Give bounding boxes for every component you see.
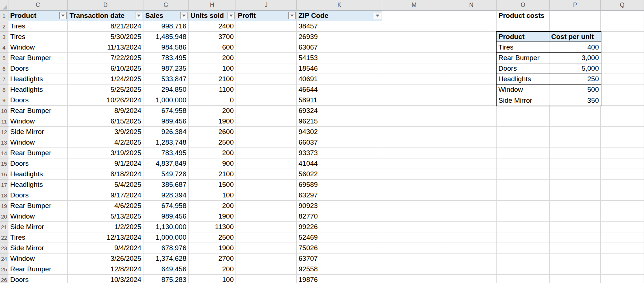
cell-Q17[interactable] <box>601 180 644 190</box>
cell-D8[interactable]: 5/25/2025 <box>68 84 143 95</box>
cell-M8[interactable] <box>382 84 446 95</box>
cell-Q15[interactable] <box>601 158 644 169</box>
cell-M4[interactable] <box>382 42 446 53</box>
cell-Q6[interactable] <box>601 63 644 74</box>
column-header-J[interactable]: J <box>236 0 297 11</box>
cell-G25[interactable]: 649,456 <box>143 264 189 275</box>
cell-N22[interactable] <box>446 232 497 243</box>
cell-O12[interactable] <box>497 127 550 137</box>
costs-header-product[interactable]: Product <box>497 32 549 42</box>
cell-D18[interactable]: 9/17/2024 <box>68 190 143 201</box>
cell-Q19[interactable] <box>601 201 644 211</box>
cell-J19[interactable] <box>236 201 297 211</box>
cell-P26[interactable] <box>550 275 601 283</box>
cell-D21[interactable]: 1/2/2025 <box>68 222 143 232</box>
cell-C25[interactable]: Rear Bumper <box>8 264 68 275</box>
costs-product-cell[interactable]: Side Mirror <box>497 95 549 106</box>
cell-N4[interactable] <box>446 42 497 53</box>
cell-H15[interactable]: 900 <box>189 158 236 169</box>
cell-G17[interactable]: 385,687 <box>143 180 189 190</box>
cell-H4[interactable]: 600 <box>189 42 236 53</box>
cell-P20[interactable] <box>550 211 601 222</box>
cell-O17[interactable] <box>497 180 550 190</box>
cell-J26[interactable] <box>236 275 297 283</box>
cell-K21[interactable]: 99226 <box>297 222 382 232</box>
cell-J23[interactable] <box>236 243 297 253</box>
cell-K15[interactable]: 41044 <box>297 158 382 169</box>
cell-N3[interactable] <box>446 32 497 42</box>
cell-Q8[interactable] <box>601 84 644 95</box>
row-header-6[interactable]: 6 <box>0 63 8 74</box>
cell-J4[interactable] <box>236 42 297 53</box>
cell-H18[interactable]: 100 <box>189 190 236 201</box>
cell-D16[interactable]: 8/18/2024 <box>68 169 143 180</box>
product-costs-title[interactable]: Product costs <box>497 11 550 21</box>
cell-P19[interactable] <box>550 201 601 211</box>
cell-P13[interactable] <box>550 137 601 148</box>
row-header-25[interactable]: 25 <box>0 264 8 275</box>
row-header-4[interactable]: 4 <box>0 42 8 53</box>
row-header-22[interactable]: 22 <box>0 232 8 243</box>
cell-O26[interactable] <box>497 275 550 283</box>
cell-H12[interactable]: 2600 <box>189 127 236 137</box>
cell-D25[interactable]: 12/8/2024 <box>68 264 143 275</box>
cell-C13[interactable]: Window <box>8 137 68 148</box>
cell-H10[interactable]: 200 <box>189 106 236 116</box>
row-header-24[interactable]: 24 <box>0 253 8 264</box>
cell-D26[interactable]: 10/3/2024 <box>68 275 143 283</box>
cell-D3[interactable]: 5/30/2025 <box>68 32 143 42</box>
cell-K14[interactable]: 93373 <box>297 148 382 158</box>
row-header-26[interactable]: 26 <box>0 275 8 283</box>
cell-N9[interactable] <box>446 95 497 106</box>
cell-C16[interactable]: Headlights <box>8 169 68 180</box>
cell-H23[interactable]: 1900 <box>189 243 236 253</box>
cell-M25[interactable] <box>382 264 446 275</box>
cell-G16[interactable]: 549,728 <box>143 169 189 180</box>
cell-H9[interactable]: 0 <box>189 95 236 106</box>
cell-J20[interactable] <box>236 211 297 222</box>
cell-D13[interactable]: 4/2/2025 <box>68 137 143 148</box>
cell-O22[interactable] <box>497 232 550 243</box>
cell-Q9[interactable] <box>601 95 644 106</box>
cell-G15[interactable]: 4,837,849 <box>143 158 189 169</box>
cell-H13[interactable]: 2500 <box>189 137 236 148</box>
cell-P12[interactable] <box>550 127 601 137</box>
cell-M13[interactable] <box>382 137 446 148</box>
filter-button-K[interactable] <box>374 12 381 19</box>
cell-Q16[interactable] <box>601 169 644 180</box>
cell-C19[interactable]: Rear Bumper <box>8 201 68 211</box>
cell-N24[interactable] <box>446 253 497 264</box>
costs-product-cell[interactable]: Headlights <box>497 74 549 84</box>
costs-value-cell[interactable]: 250 <box>549 74 601 84</box>
cell-G1[interactable]: Sales <box>143 11 189 21</box>
cell-C18[interactable]: Doors <box>8 190 68 201</box>
cell-O15[interactable] <box>497 158 550 169</box>
cell-D7[interactable]: 1/24/2025 <box>68 74 143 84</box>
cell-Q22[interactable] <box>601 232 644 243</box>
cell-M24[interactable] <box>382 253 446 264</box>
cell-N1[interactable] <box>446 11 497 21</box>
costs-product-cell[interactable]: Rear Bumper <box>497 53 549 63</box>
cell-M20[interactable] <box>382 211 446 222</box>
cell-J22[interactable] <box>236 232 297 243</box>
cell-K22[interactable]: 52469 <box>297 232 382 243</box>
cell-J10[interactable] <box>236 106 297 116</box>
cell-K5[interactable]: 54153 <box>297 53 382 63</box>
cell-M22[interactable] <box>382 232 446 243</box>
cell-J15[interactable] <box>236 158 297 169</box>
cell-D12[interactable]: 3/9/2025 <box>68 127 143 137</box>
cell-N16[interactable] <box>446 169 497 180</box>
cell-H21[interactable]: 11300 <box>189 222 236 232</box>
column-header-Q[interactable]: Q <box>601 0 644 11</box>
cell-Q14[interactable] <box>601 148 644 158</box>
column-header-D[interactable]: D <box>68 0 143 11</box>
cell-N2[interactable] <box>446 21 497 32</box>
cell-Q21[interactable] <box>601 222 644 232</box>
cell-P14[interactable] <box>550 148 601 158</box>
cell-N12[interactable] <box>446 127 497 137</box>
cell-C20[interactable]: Window <box>8 211 68 222</box>
costs-value-cell[interactable]: 5,000 <box>549 63 601 74</box>
cell-Q23[interactable] <box>601 243 644 253</box>
column-header-N[interactable]: N <box>446 0 497 11</box>
cell-C3[interactable]: Tires <box>8 32 68 42</box>
